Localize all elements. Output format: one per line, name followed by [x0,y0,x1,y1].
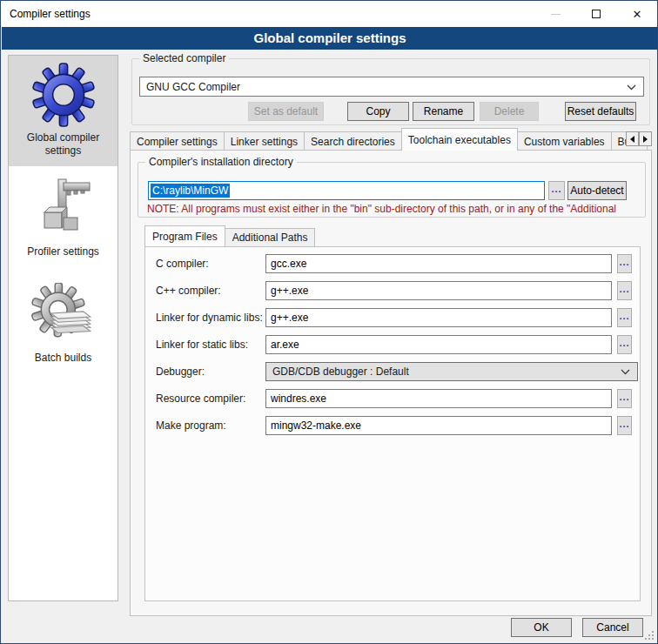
dynamic-linker-input[interactable] [265,308,612,327]
static-linker-browse-button[interactable]: ... [617,335,632,354]
tab-linker-settings[interactable]: Linker settings [224,131,305,151]
tab-compiler-settings[interactable]: Compiler settings [130,131,225,151]
debugger-row: Debugger: GDB/CDB debugger : Default [145,362,640,381]
maximize-icon [592,10,601,18]
maximize-button[interactable] [576,1,616,27]
close-button[interactable]: ✕ [617,1,657,27]
compiler-settings-window: Compiler settings ✕ Global compiler sett… [0,0,658,644]
installation-directory-browse-button[interactable]: ... [548,181,565,200]
resize-grip[interactable] [645,631,654,640]
installation-directory-value: C:\raylib\MinGW [151,184,230,198]
sidebar-item-label: Profiler settings [12,245,114,258]
settings-sidebar: Global compiler settings [8,55,118,601]
minimize-icon [551,14,561,15]
arrow-right-icon [643,136,648,143]
caliper-icon [12,176,114,242]
page-title: Global compiler settings [2,27,658,50]
sidebar-item-label: Global compiler settings [12,131,114,158]
window-title: Compiler settings [10,8,91,20]
subtab-program-files[interactable]: Program Files [144,225,225,246]
make-program-input[interactable] [265,416,612,435]
c-compiler-input[interactable] [265,254,612,273]
debugger-select-value: GDB/CDB debugger : Default [272,366,409,378]
make-program-label: Make program: [156,419,226,432]
installation-directory-group: Compiler's installation directory C:\ray… [138,162,646,218]
resource-compiler-label: Resource compiler: [156,392,245,405]
dynamic-linker-browse-button[interactable]: ... [617,308,632,327]
c-compiler-browse-button[interactable]: ... [617,254,632,273]
resource-compiler-row: Resource compiler: ... [145,389,640,408]
toolchain-executables-page: Compiler's installation directory C:\ray… [130,150,652,616]
ok-button[interactable]: OK [511,618,572,637]
reset-defaults-button[interactable]: Reset defaults [565,102,636,121]
sidebar-item-batch-builds[interactable]: Batch builds [9,276,118,373]
tab-scroll-right-button[interactable] [639,131,652,146]
rename-button[interactable]: Rename [413,102,474,121]
compiler-select-value: GNU GCC Compiler [146,81,240,93]
auto-detect-button[interactable]: Auto-detect [567,181,627,200]
program-subtabs: Program Files Additional Paths [144,225,314,246]
static-linker-input[interactable] [265,335,612,354]
installation-note: NOTE: All programs must exist either in … [147,203,643,215]
tab-toolchain-executables[interactable]: Toolchain executables [401,128,518,151]
close-icon: ✕ [633,9,642,20]
tab-scroll-left-button[interactable] [626,131,639,146]
chevron-down-icon [627,84,636,91]
subtab-additional-paths[interactable]: Additional Paths [225,228,316,246]
resource-compiler-input[interactable] [265,389,612,408]
sidebar-item-label: Batch builds [12,352,114,365]
c-compiler-row: C compiler: ... [145,254,640,273]
make-program-browse-button[interactable]: ... [617,416,632,435]
settings-tabs: Compiler settings Linker settings Search… [130,128,652,151]
static-linker-row: Linker for static libs: ... [145,335,640,354]
delete-button[interactable]: Delete [480,102,539,121]
selected-compiler-group: Selected compiler GNU GCC Compiler Set a… [131,58,650,125]
program-files-panel: C compiler: ... C++ compiler: ... Linker… [144,246,641,601]
tab-search-directories[interactable]: Search directories [304,131,402,151]
installation-directory-input[interactable]: C:\raylib\MinGW [148,181,545,200]
debugger-label: Debugger: [156,366,205,378]
chevron-down-icon [621,369,630,375]
gear-stack-icon [12,282,114,348]
compiler-select[interactable]: GNU GCC Compiler [139,77,644,97]
tab-custom-variables[interactable]: Custom variables [517,131,612,151]
dynamic-linker-label: Linker for dynamic libs: [156,312,263,324]
arrow-left-icon [630,136,634,143]
minimize-button[interactable] [535,1,575,27]
set-as-default-button[interactable]: Set as default [248,102,324,121]
blue-gear-icon [12,62,114,128]
resource-compiler-browse-button[interactable]: ... [617,389,632,408]
static-linker-label: Linker for static libs: [156,339,248,351]
sidebar-item-global-compiler-settings[interactable]: Global compiler settings [9,56,118,166]
dynamic-linker-row: Linker for dynamic libs: ... [145,308,640,327]
selected-compiler-legend: Selected compiler [139,52,229,64]
cpp-compiler-label: C++ compiler: [156,285,221,297]
copy-button[interactable]: Copy [347,102,409,121]
installation-directory-legend: Compiler's installation directory [145,156,297,168]
cpp-compiler-browse-button[interactable]: ... [617,281,632,300]
make-program-row: Make program: ... [145,416,640,435]
cancel-button[interactable]: Cancel [582,618,643,637]
c-compiler-label: C compiler: [156,258,209,270]
cpp-compiler-input[interactable] [265,281,612,300]
debugger-select[interactable]: GDB/CDB debugger : Default [265,362,638,381]
cpp-compiler-row: C++ compiler: ... [145,281,640,300]
title-bar[interactable]: Compiler settings ✕ [1,1,657,27]
sidebar-item-profiler-settings[interactable]: Profiler settings [9,170,118,267]
